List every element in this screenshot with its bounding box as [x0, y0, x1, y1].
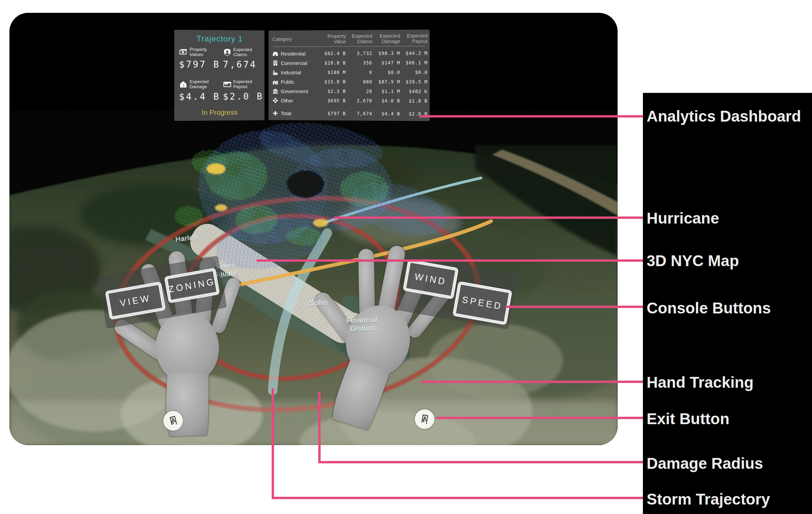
- table-row: Government $2.3 B 28 $1.1 M $482 K: [273, 86, 426, 96]
- connector-3d-nyc-map: [256, 259, 643, 262]
- map-label-financial-district: Financial District: [342, 315, 383, 333]
- stat-label: Property Values: [190, 47, 213, 57]
- row-category: Public: [281, 79, 294, 84]
- connector-hurricane: [334, 216, 643, 219]
- row-value: $1.8 B: [400, 98, 428, 103]
- stat-value: $2.0 B: [223, 91, 264, 102]
- connector-storm-trajectory-vertical: [272, 388, 274, 499]
- diamonds-icon: [273, 98, 278, 103]
- view-button[interactable]: VIEW: [105, 281, 166, 320]
- exit-runner-icon: [166, 414, 180, 428]
- public-building-icon: [273, 79, 278, 84]
- stat-value: 7,674: [223, 59, 264, 70]
- stat-label: Expected Claims: [233, 47, 256, 57]
- row-value: $482 K: [400, 88, 428, 94]
- analytics-dashboard: Trajectory 1 Property Values $797 B: [174, 30, 429, 121]
- trajectory-stats: Property Values $797 B Expected Claims: [179, 47, 260, 108]
- row-value: $0.0: [372, 70, 400, 75]
- speed-button[interactable]: SPEED: [453, 281, 513, 325]
- row-value: $147 M: [372, 60, 400, 66]
- row-category: Government: [281, 88, 308, 94]
- row-value: $1.1 M: [372, 88, 400, 94]
- table-row: Residential $62.4 B 3,732 $98.3 M $44.2 …: [273, 48, 426, 58]
- row-value: $0.0: [400, 70, 428, 75]
- row-value: 7,674: [346, 111, 372, 116]
- category-stats-table: Category Property Value Expected Claims …: [269, 30, 430, 121]
- stat-expected-damage: Expected Damage $4.4 B: [179, 79, 220, 108]
- row-value: $695 B: [320, 98, 346, 103]
- column-header: Expected Damage: [372, 33, 400, 46]
- trajectory-title: Trajectory 1: [179, 34, 260, 44]
- column-header: Expected Claims: [346, 33, 372, 46]
- row-value: $44.2 M: [400, 50, 428, 56]
- connector-storm-trajectory-horizontal: [272, 497, 643, 499]
- row-value: $15.8 B: [320, 79, 346, 84]
- row-value: 356: [346, 60, 372, 66]
- connector-console-buttons: [506, 306, 643, 308]
- row-value: $4.0 B: [372, 98, 400, 103]
- annotation-analytics-dashboard: Analytics Dashboard: [647, 107, 801, 126]
- row-value: 28: [346, 88, 372, 94]
- home-icon: [273, 51, 278, 56]
- trajectory-panel: Trajectory 1 Property Values $797 B: [174, 30, 264, 121]
- connector-hand-tracking: [421, 381, 643, 383]
- wind-button[interactable]: WIND: [403, 259, 459, 299]
- row-category: Total: [281, 110, 291, 116]
- claims-person-icon: [223, 48, 232, 56]
- row-value: $98.3 M: [372, 51, 400, 56]
- vr-app-screenshot: Trajectory 1 Property Values $797 B: [9, 13, 618, 445]
- annotation-exit-button: Exit Button: [647, 409, 729, 428]
- plus-icon: [273, 110, 278, 116]
- row-value: $39.5 M: [400, 79, 428, 84]
- row-value: $20.8 B: [320, 60, 346, 66]
- row-value: 880: [346, 79, 372, 84]
- annotated-vr-screenshot: Trajectory 1 Property Values $797 B: [0, 0, 812, 514]
- annotation-hurricane: Hurricane: [647, 209, 719, 228]
- bottom-fog: [9, 401, 618, 445]
- table-row: Public $15.8 B 880 $87.9 M $39.5 M: [273, 77, 426, 86]
- row-value: 3,732: [346, 51, 372, 56]
- map-label-soho: Soho: [309, 298, 328, 308]
- row-value: $87.9 M: [372, 79, 400, 84]
- stat-expected-claims: Expected Claims 7,674: [223, 47, 264, 76]
- row-category: Commercial: [281, 60, 307, 66]
- zoning-button[interactable]: ZONING: [164, 268, 220, 304]
- table-total-row: Total $797 B 7,674 $4.4 B $2.0 B: [273, 108, 426, 119]
- connector-damage-radius-horizontal: [318, 461, 643, 463]
- stat-property-values: Property Values $797 B: [179, 47, 220, 76]
- table-row: Other $695 B 2,678 $4.0 B $1.8 B: [273, 96, 426, 105]
- connector-exit-button: [436, 417, 643, 419]
- row-value: 2,678: [346, 98, 372, 103]
- damaged-house-icon: [179, 80, 187, 88]
- stat-label: Expected Payout: [233, 79, 256, 89]
- banknote-icon: [179, 48, 187, 56]
- bank-icon: [273, 88, 278, 94]
- annotation-console-buttons: Console Buttons: [647, 299, 771, 317]
- column-header: Category: [273, 36, 320, 44]
- annotation-hand-tracking: Hand Tracking: [647, 373, 754, 392]
- row-value: $797 B: [320, 111, 346, 116]
- annotation-damage-radius: Damage Radius: [647, 454, 763, 473]
- row-value: $66.1 M: [400, 60, 428, 66]
- building-icon: [273, 60, 278, 66]
- row-value: $2.3 B: [320, 88, 346, 94]
- factory-icon: [273, 70, 278, 75]
- row-category: Industrial: [281, 70, 301, 75]
- annotation-storm-trajectory: Storm Trajectory: [647, 490, 770, 509]
- table-row: Commercial $20.8 B 356 $147 M $66.1 M: [273, 58, 426, 68]
- exit-runner-icon: [418, 413, 431, 426]
- table-row: Industrial $180 M 0 $0.0 $0.0: [273, 68, 426, 77]
- table-header: Category Property Value Expected Claims …: [273, 33, 426, 47]
- stat-label: Expected Damage: [190, 79, 213, 89]
- row-value: $62.4 B: [320, 51, 346, 56]
- column-header: Property Value: [320, 33, 346, 46]
- connector-analytics-dashboard: [419, 115, 643, 118]
- stat-value: $4.4 B: [179, 91, 220, 102]
- connector-damage-radius-vertical: [318, 392, 321, 463]
- annotation-3d-nyc-map: 3D NYC Map: [647, 251, 739, 270]
- trajectory-status: In Progress: [179, 108, 260, 117]
- row-value: $4.4 B: [372, 111, 400, 116]
- row-category: Other: [281, 98, 293, 103]
- column-header: Expected Payout: [400, 33, 428, 46]
- row-category: Residential: [281, 51, 305, 56]
